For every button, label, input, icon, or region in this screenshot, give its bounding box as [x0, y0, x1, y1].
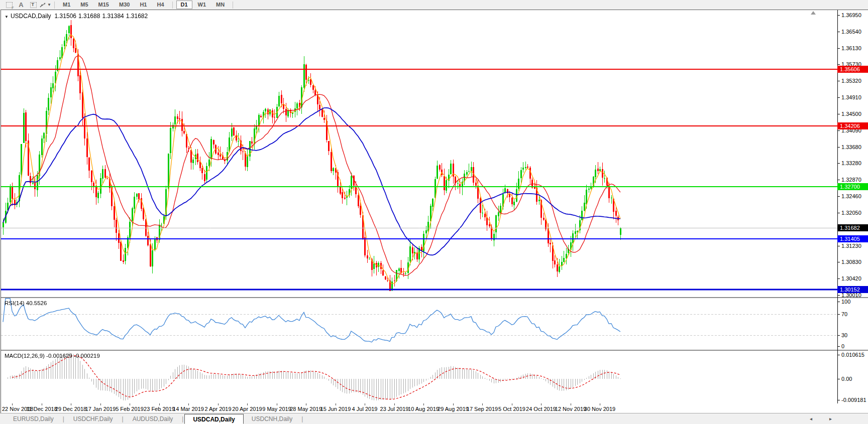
date-label: 24 Oct 2019	[526, 406, 556, 412]
price-axis[interactable]: 1.369501.365401.361301.357301.353201.349…	[837, 10, 868, 403]
tab-scroll-left-icon[interactable]: ◂	[810, 416, 812, 421]
date-label: 17 Jan 2019	[85, 406, 116, 412]
price-tick-label: 1.35320	[837, 78, 861, 84]
price-tick-label: 1.32050	[837, 210, 861, 216]
date-tick	[218, 403, 219, 405]
high-value: 1.31688	[78, 13, 100, 20]
toolbar-separator	[172, 2, 173, 9]
timeframe-button-h4[interactable]: H4	[152, 1, 168, 9]
rsi-scale-label: 0	[837, 343, 844, 349]
date-tick	[71, 403, 71, 405]
date-tick	[159, 403, 160, 405]
price-tick-label: 1.36540	[837, 29, 861, 35]
rsi-scale-label: 70	[837, 311, 847, 317]
grid-fibonacci-icon[interactable]: F	[3, 1, 15, 9]
price-tick-label: 1.31230	[837, 243, 861, 249]
date-label: 17 Sep 2019	[467, 406, 498, 412]
mt4-application: F A T ▼ M1M5M15M30H1H4D1W1MN ▼USDCAD,Dai…	[0, 0, 868, 424]
date-axis[interactable]: 22 Nov 201811 Dec 201829 Dec 201817 Jan …	[1, 403, 837, 413]
open-value: 1.31506	[55, 13, 76, 20]
date-tick	[571, 403, 571, 405]
date-tick	[512, 403, 512, 405]
date-tick	[394, 403, 395, 405]
main-price-chart[interactable]	[1, 10, 837, 297]
date-tick	[42, 403, 42, 405]
price-tick-label: 1.36950	[837, 12, 861, 18]
close-value: 1.31682	[126, 13, 148, 20]
date-label: 23 Jul 2019	[380, 406, 409, 412]
chart-tab-bar: EURUSD,Daily|USDCHF,Daily|AUDUSD,Daily|U…	[0, 413, 868, 424]
dotted-box-glyph: T	[30, 2, 37, 8]
timeframe-button-m15[interactable]: M15	[94, 1, 114, 9]
price-tick-label: 1.30830	[837, 259, 861, 265]
date-label: 5 Feb 2019	[116, 406, 144, 412]
tab-separator: |	[182, 415, 183, 422]
rsi-indicator-pane[interactable]	[1, 298, 837, 350]
tab-separator: |	[63, 415, 64, 422]
date-label: 5 Oct 2019	[498, 406, 525, 412]
date-label: 30 Nov 2019	[584, 406, 615, 412]
price-tick-label: 1.33680	[837, 144, 861, 150]
date-tick	[336, 403, 336, 405]
macd-label: MACD(12,26,9) -0.001629 -0.000219	[5, 353, 100, 359]
price-tick-label: 1.34500	[837, 111, 861, 117]
text-box-icon[interactable]: T	[27, 1, 39, 9]
chart-tab-eurusd[interactable]: EURUSD,Daily	[5, 414, 62, 424]
toolbar-separator	[54, 2, 55, 9]
date-tick	[600, 403, 600, 405]
date-label: 9 May 2019	[262, 406, 291, 412]
price-tick-label: 1.33280	[837, 160, 861, 166]
price-tick-label: 1.30010	[837, 292, 861, 298]
timeframe-button-mn[interactable]: MN	[211, 1, 229, 9]
cursor-modes-icon[interactable]: ▼	[39, 1, 51, 9]
timeframe-button-m30[interactable]: M30	[115, 1, 134, 9]
double-arrow-glyph	[39, 2, 46, 8]
timeframe-button-d1[interactable]: D1	[176, 1, 192, 9]
macd-scale-label: 0.010615	[837, 352, 864, 358]
timeframe-button-group: M1M5M15M30H1H4D1W1MN	[58, 1, 236, 9]
price-tick-label: 1.34910	[837, 94, 861, 100]
macd-indicator-pane[interactable]	[1, 351, 837, 403]
collapse-icon[interactable]: ▼	[5, 15, 9, 19]
chart-tab-usdcad[interactable]: USDCAD,Daily	[184, 414, 243, 424]
dotted-grid-glyph: F	[6, 2, 13, 8]
chart-tab-usdcnh[interactable]: USDCNH,Daily	[244, 414, 300, 424]
date-tick	[100, 403, 101, 405]
date-label: 29 Aug 2019	[438, 406, 469, 412]
date-tick	[130, 403, 130, 405]
chart-tab-usdchf[interactable]: USDCHF,Daily	[65, 414, 121, 424]
price-level-badge: 1.34206	[837, 122, 868, 129]
rsi-scale-label: 100	[837, 299, 850, 305]
tab-separator: |	[301, 415, 303, 422]
date-tick	[423, 403, 424, 405]
dropdown-caret-icon: ▼	[47, 3, 51, 7]
chart-shift-marker[interactable]	[811, 11, 816, 15]
date-tick	[306, 403, 306, 405]
symbol-title: USDCAD,Daily	[11, 13, 51, 20]
date-tick	[247, 403, 248, 405]
date-label: 4 Jul 2019	[352, 406, 378, 412]
top-toolbar: F A T ▼ M1M5M15M30H1H4D1W1MN	[0, 0, 868, 10]
timeframe-button-h1[interactable]: H1	[135, 1, 151, 9]
date-tick	[365, 403, 365, 405]
date-tick	[12, 403, 13, 405]
chart-tab-audusd[interactable]: AUDUSD,Daily	[125, 414, 181, 424]
date-label: 29 Dec 2018	[55, 406, 86, 412]
date-tick	[541, 403, 541, 405]
timeframe-button-m1[interactable]: M1	[58, 1, 75, 9]
chart-window: ▼USDCAD,Daily1.315061.316881.313841.3168…	[1, 10, 868, 413]
timeframe-button-w1[interactable]: W1	[193, 1, 211, 9]
label-a-icon[interactable]: A	[15, 1, 27, 9]
tab-scroll-right-icon[interactable]: ▸	[829, 416, 832, 421]
date-label: 28 May 2019	[290, 406, 322, 412]
price-tick-label: 1.36130	[837, 45, 861, 51]
price-tick-label: 1.30420	[837, 275, 861, 281]
price-level-badge: 1.31405	[837, 235, 868, 242]
price-tick-label: 1.32460	[837, 193, 861, 199]
tab-scroll-controls: ◂ ▸	[810, 416, 832, 421]
timeframe-button-m5[interactable]: M5	[76, 1, 92, 9]
date-tick	[482, 403, 483, 405]
rsi-scale-label: 30	[837, 332, 847, 338]
price-level-badge: 1.30152	[837, 286, 868, 293]
date-tick	[453, 403, 454, 405]
